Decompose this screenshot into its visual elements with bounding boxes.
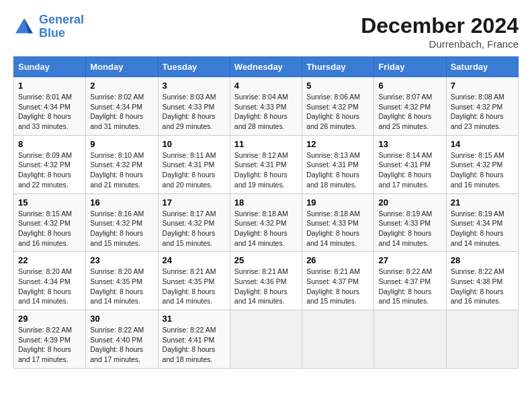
calendar-cell bbox=[302, 310, 374, 369]
calendar-cell: 23 Sunrise: 8:20 AMSunset: 4:35 PMDaylig… bbox=[86, 252, 158, 310]
day-number: 15 bbox=[18, 197, 81, 208]
calendar-cell: 10 Sunrise: 8:11 AMSunset: 4:31 PMDaylig… bbox=[158, 135, 230, 193]
calendar-cell: 5 Sunrise: 8:06 AMSunset: 4:32 PMDayligh… bbox=[302, 77, 374, 136]
calendar-cell: 25 Sunrise: 8:21 AMSunset: 4:36 PMDaylig… bbox=[230, 252, 302, 310]
day-info: Sunrise: 8:08 AMSunset: 4:32 PMDaylight:… bbox=[451, 93, 504, 130]
header-tuesday: Tuesday bbox=[158, 57, 230, 77]
header-sunday: Sunday bbox=[14, 57, 86, 77]
calendar-cell: 18 Sunrise: 8:18 AMSunset: 4:32 PMDaylig… bbox=[230, 193, 302, 252]
day-number: 19 bbox=[306, 197, 369, 208]
day-info: Sunrise: 8:19 AMSunset: 4:33 PMDaylight:… bbox=[378, 210, 432, 247]
calendar-cell: 1 Sunrise: 8:01 AMSunset: 4:34 PMDayligh… bbox=[14, 77, 86, 136]
day-number: 2 bbox=[90, 81, 153, 91]
day-number: 30 bbox=[90, 314, 153, 324]
calendar-cell: 20 Sunrise: 8:19 AMSunset: 4:33 PMDaylig… bbox=[374, 193, 446, 252]
day-number: 10 bbox=[163, 139, 226, 149]
logo: General Blue bbox=[13, 13, 84, 40]
day-number: 14 bbox=[451, 139, 514, 149]
day-info: Sunrise: 8:01 AMSunset: 4:34 PMDaylight:… bbox=[18, 93, 72, 130]
day-info: Sunrise: 8:07 AMSunset: 4:32 PMDaylight:… bbox=[378, 93, 432, 130]
day-number: 6 bbox=[378, 81, 441, 91]
day-number: 7 bbox=[451, 81, 514, 91]
logo-icon bbox=[13, 16, 35, 38]
day-number: 23 bbox=[90, 255, 153, 265]
calendar-week-3: 15 Sunrise: 8:15 AMSunset: 4:32 PMDaylig… bbox=[14, 193, 519, 252]
day-info: Sunrise: 8:20 AMSunset: 4:34 PMDaylight:… bbox=[18, 267, 72, 305]
day-info: Sunrise: 8:20 AMSunset: 4:35 PMDaylight:… bbox=[90, 267, 144, 305]
day-info: Sunrise: 8:15 AMSunset: 4:32 PMDaylight:… bbox=[451, 151, 504, 189]
calendar-cell: 19 Sunrise: 8:18 AMSunset: 4:33 PMDaylig… bbox=[302, 193, 374, 252]
day-number: 26 bbox=[306, 255, 369, 265]
page-header: General Blue December 2024 Durrenbach, F… bbox=[13, 13, 519, 50]
logo-text: General Blue bbox=[39, 13, 84, 40]
calendar-cell: 13 Sunrise: 8:14 AMSunset: 4:31 PMDaylig… bbox=[374, 135, 446, 193]
day-number: 17 bbox=[163, 197, 226, 208]
day-number: 4 bbox=[234, 81, 298, 91]
weekday-header-row: Sunday Monday Tuesday Wednesday Thursday… bbox=[14, 57, 519, 77]
day-number: 18 bbox=[234, 197, 298, 208]
day-number: 16 bbox=[90, 197, 153, 208]
location: Durrenbach, France bbox=[361, 38, 519, 50]
day-number: 5 bbox=[306, 81, 369, 91]
day-number: 25 bbox=[234, 255, 298, 265]
header-thursday: Thursday bbox=[302, 57, 374, 77]
header-friday: Friday bbox=[374, 57, 446, 77]
day-info: Sunrise: 8:14 AMSunset: 4:31 PMDaylight:… bbox=[378, 151, 432, 189]
day-info: Sunrise: 8:22 AMSunset: 4:38 PMDaylight:… bbox=[451, 267, 504, 305]
header-monday: Monday bbox=[86, 57, 158, 77]
calendar-cell: 6 Sunrise: 8:07 AMSunset: 4:32 PMDayligh… bbox=[374, 77, 446, 136]
calendar-cell: 12 Sunrise: 8:13 AMSunset: 4:31 PMDaylig… bbox=[302, 135, 374, 193]
day-number: 27 bbox=[378, 255, 441, 265]
calendar-cell: 3 Sunrise: 8:03 AMSunset: 4:33 PMDayligh… bbox=[158, 77, 230, 136]
day-info: Sunrise: 8:11 AMSunset: 4:31 PMDaylight:… bbox=[163, 151, 216, 189]
day-number: 24 bbox=[163, 255, 226, 265]
logo-line1: General bbox=[39, 13, 84, 26]
header-wednesday: Wednesday bbox=[230, 57, 302, 77]
day-info: Sunrise: 8:18 AMSunset: 4:33 PMDaylight:… bbox=[306, 210, 360, 247]
day-number: 28 bbox=[451, 255, 514, 265]
month-title: December 2024 bbox=[361, 13, 519, 38]
day-number: 1 bbox=[18, 81, 81, 91]
day-number: 8 bbox=[18, 139, 81, 149]
calendar-cell: 11 Sunrise: 8:12 AMSunset: 4:31 PMDaylig… bbox=[230, 135, 302, 193]
calendar-cell: 14 Sunrise: 8:15 AMSunset: 4:32 PMDaylig… bbox=[446, 135, 518, 193]
day-info: Sunrise: 8:02 AMSunset: 4:34 PMDaylight:… bbox=[90, 93, 144, 130]
day-info: Sunrise: 8:13 AMSunset: 4:31 PMDaylight:… bbox=[306, 151, 360, 189]
calendar-cell bbox=[374, 310, 446, 369]
day-number: 21 bbox=[451, 197, 514, 208]
day-info: Sunrise: 8:19 AMSunset: 4:34 PMDaylight:… bbox=[451, 210, 504, 247]
day-info: Sunrise: 8:22 AMSunset: 4:40 PMDaylight:… bbox=[90, 326, 144, 363]
day-info: Sunrise: 8:18 AMSunset: 4:32 PMDaylight:… bbox=[234, 210, 288, 247]
day-number: 11 bbox=[234, 139, 298, 149]
calendar-cell: 2 Sunrise: 8:02 AMSunset: 4:34 PMDayligh… bbox=[86, 77, 158, 136]
day-number: 22 bbox=[18, 255, 81, 265]
day-info: Sunrise: 8:09 AMSunset: 4:32 PMDaylight:… bbox=[18, 151, 72, 189]
header-saturday: Saturday bbox=[446, 57, 518, 77]
day-info: Sunrise: 8:15 AMSunset: 4:32 PMDaylight:… bbox=[18, 210, 72, 247]
calendar-cell: 15 Sunrise: 8:15 AMSunset: 4:32 PMDaylig… bbox=[14, 193, 86, 252]
calendar-cell: 4 Sunrise: 8:04 AMSunset: 4:33 PMDayligh… bbox=[230, 77, 302, 136]
calendar-week-1: 1 Sunrise: 8:01 AMSunset: 4:34 PMDayligh… bbox=[14, 77, 519, 136]
calendar-cell: 24 Sunrise: 8:21 AMSunset: 4:35 PMDaylig… bbox=[158, 252, 230, 310]
day-info: Sunrise: 8:03 AMSunset: 4:33 PMDaylight:… bbox=[163, 93, 216, 130]
calendar-cell: 22 Sunrise: 8:20 AMSunset: 4:34 PMDaylig… bbox=[14, 252, 86, 310]
calendar-cell: 30 Sunrise: 8:22 AMSunset: 4:40 PMDaylig… bbox=[86, 310, 158, 369]
day-info: Sunrise: 8:16 AMSunset: 4:32 PMDaylight:… bbox=[90, 210, 144, 247]
calendar-week-4: 22 Sunrise: 8:20 AMSunset: 4:34 PMDaylig… bbox=[14, 252, 519, 310]
calendar-cell: 16 Sunrise: 8:16 AMSunset: 4:32 PMDaylig… bbox=[86, 193, 158, 252]
day-number: 12 bbox=[306, 139, 369, 149]
day-info: Sunrise: 8:22 AMSunset: 4:37 PMDaylight:… bbox=[378, 267, 432, 305]
calendar-cell: 8 Sunrise: 8:09 AMSunset: 4:32 PMDayligh… bbox=[14, 135, 86, 193]
calendar-table: Sunday Monday Tuesday Wednesday Thursday… bbox=[13, 56, 519, 369]
calendar-cell: 17 Sunrise: 8:17 AMSunset: 4:32 PMDaylig… bbox=[158, 193, 230, 252]
calendar-cell: 27 Sunrise: 8:22 AMSunset: 4:37 PMDaylig… bbox=[374, 252, 446, 310]
day-number: 31 bbox=[163, 314, 226, 324]
calendar-week-5: 29 Sunrise: 8:22 AMSunset: 4:39 PMDaylig… bbox=[14, 310, 519, 369]
day-number: 3 bbox=[163, 81, 226, 91]
calendar-cell: 21 Sunrise: 8:19 AMSunset: 4:34 PMDaylig… bbox=[446, 193, 518, 252]
day-number: 13 bbox=[378, 139, 441, 149]
day-info: Sunrise: 8:21 AMSunset: 4:35 PMDaylight:… bbox=[163, 267, 216, 305]
day-info: Sunrise: 8:21 AMSunset: 4:37 PMDaylight:… bbox=[306, 267, 360, 305]
calendar-cell: 26 Sunrise: 8:21 AMSunset: 4:37 PMDaylig… bbox=[302, 252, 374, 310]
day-info: Sunrise: 8:04 AMSunset: 4:33 PMDaylight:… bbox=[234, 93, 288, 130]
